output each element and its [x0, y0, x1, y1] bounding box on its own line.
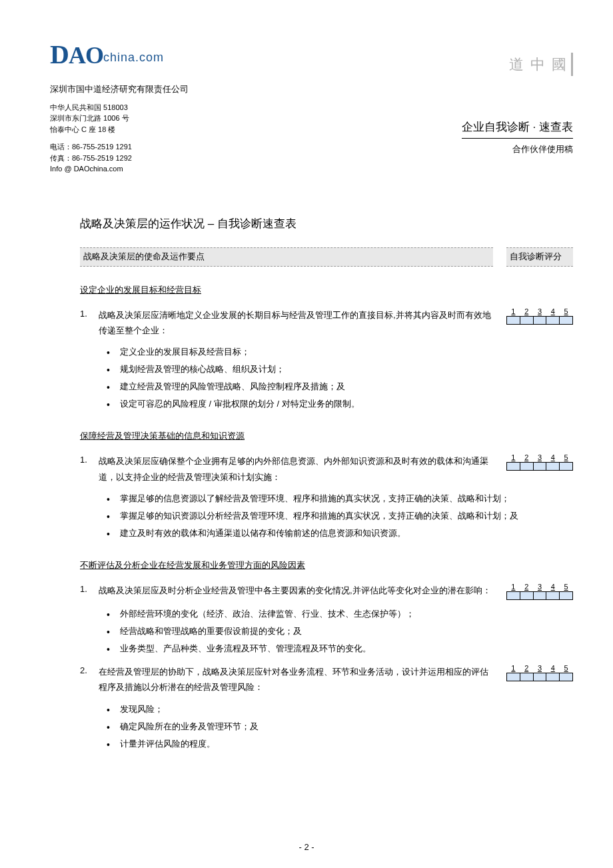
- bullet-list: 外部经营环境的变化（经济、政治、法律监管、行业、技术、生态保护等）； 经营战略和…: [107, 605, 573, 657]
- logo: DAOchina.com: [50, 33, 164, 76]
- bullet-item: 规划经营及管理的核心战略、组织及计划；: [107, 361, 573, 378]
- bullet-item: 建立及时有效的载体和沟通渠道以储存和传输前述的信息资源和知识资源。: [107, 525, 573, 542]
- question-item: 2. 在经营及管理层的协助下，战略及决策层应针对各业务流程、环节和业务活动，设计…: [80, 664, 573, 695]
- page-number: - 2 -: [0, 841, 613, 855]
- heading-row: 战略及决策层的使命及运作要点 自我诊断评分: [80, 247, 573, 267]
- item-text: 战略及决策层应确保整个企业拥有足够的内外部信息资源、内外部知识资源和及时有效的载…: [99, 453, 493, 485]
- company-name: 深圳市国中道经济研究有限责任公司: [50, 83, 573, 97]
- bullet-item: 掌握足够的信息资源以了解经营及管理环境、程序和措施的真实状况，支持正确的决策、战…: [107, 490, 573, 507]
- item-text: 战略及决策层应清晰地定义企业发展的长期目标与经营及管理工作的直接目标,并将其内容…: [99, 307, 493, 339]
- item-number: 1.: [80, 583, 99, 600]
- page-header: DAOchina.com 道 中 國: [40, 33, 573, 76]
- item-number: 1.: [80, 453, 99, 485]
- bullet-item: 确定风险所在的业务及管理环节；及: [107, 718, 573, 735]
- logo-suffix: china.com: [103, 48, 164, 67]
- bullet-item: 建立经营及管理的风险管理战略、风险控制程序及措施；及: [107, 378, 573, 395]
- item-text: 战略及决策层应及时分析企业经营及管理中各主要因素的变化情况,并评估此等变化对企业…: [99, 583, 493, 600]
- score-box[interactable]: 12345: [506, 453, 573, 485]
- bullet-item: 定义企业的发展目标及经营目标；: [107, 343, 573, 361]
- score-box[interactable]: 12345: [506, 664, 573, 695]
- document-title-block: 企业自我诊断 · 速查表 合作伙伴使用稿: [462, 118, 573, 157]
- document-title: 企业自我诊断 · 速查表: [462, 118, 573, 139]
- subsection-title: 不断评估及分析企业在经营发展和业务管理方面的风险因素: [80, 559, 573, 573]
- address-line: 中华人民共和国 518003: [50, 102, 573, 113]
- item-number: 2.: [80, 664, 99, 695]
- heading-right: 自我诊断评分: [506, 247, 573, 267]
- bullet-item: 计量并评估风险的程度。: [107, 735, 573, 753]
- score-box[interactable]: 12345: [506, 583, 573, 600]
- question-item: 1. 战略及决策层应清晰地定义企业发展的长期目标与经营及管理工作的直接目标,并将…: [80, 307, 573, 339]
- brand-mark: 道 中 國: [509, 53, 573, 76]
- subsection-title: 设定企业的发展目标和经营目标: [80, 283, 573, 297]
- email: Info @ DAOchina.com: [50, 163, 573, 175]
- bullet-item: 发现风险；: [107, 701, 573, 718]
- score-box[interactable]: 12345: [506, 307, 573, 339]
- bullet-list: 定义企业的发展目标及经营目标； 规划经营及管理的核心战略、组织及计划； 建立经营…: [107, 343, 573, 413]
- main-content: 战略及决策层的运作状况 – 自我诊断速查表 战略及决策层的使命及运作要点 自我诊…: [80, 215, 573, 753]
- bullet-list: 掌握足够的信息资源以了解经营及管理环境、程序和措施的真实状况，支持正确的决策、战…: [107, 490, 573, 542]
- question-item: 1. 战略及决策层应及时分析企业经营及管理中各主要因素的变化情况,并评估此等变化…: [80, 583, 573, 600]
- document-subtitle: 合作伙伴使用稿: [462, 143, 573, 157]
- bullet-item: 经营战略和管理战略的重要假设前提的变化；及: [107, 623, 573, 640]
- section-title: 战略及决策层的运作状况 – 自我诊断速查表: [80, 215, 573, 233]
- bullet-list: 发现风险； 确定风险所在的业务及管理环节；及 计量并评估风险的程度。: [107, 701, 573, 753]
- heading-left: 战略及决策层的使命及运作要点: [80, 247, 493, 267]
- item-number: 1.: [80, 307, 99, 339]
- bullet-item: 掌握足够的知识资源以分析经营及管理环境、程序和措施的真实状况，支持正确的决策、战…: [107, 507, 573, 525]
- bullet-item: 外部经营环境的变化（经济、政治、法律监管、行业、技术、生态保护等）；: [107, 605, 573, 623]
- bullet-item: 业务类型、产品种类、业务流程及环节、管理流程及环节的变化。: [107, 640, 573, 657]
- subsection-title: 保障经营及管理决策基础的信息和知识资源: [80, 429, 573, 443]
- question-item: 1. 战略及决策层应确保整个企业拥有足够的内外部信息资源、内外部知识资源和及时有…: [80, 453, 573, 485]
- item-text: 在经营及管理层的协助下，战略及决策层应针对各业务流程、环节和业务活动，设计并运用…: [99, 664, 493, 695]
- bullet-item: 设定可容忍的风险程度 / 审批权限的划分 / 对特定业务的限制。: [107, 395, 573, 413]
